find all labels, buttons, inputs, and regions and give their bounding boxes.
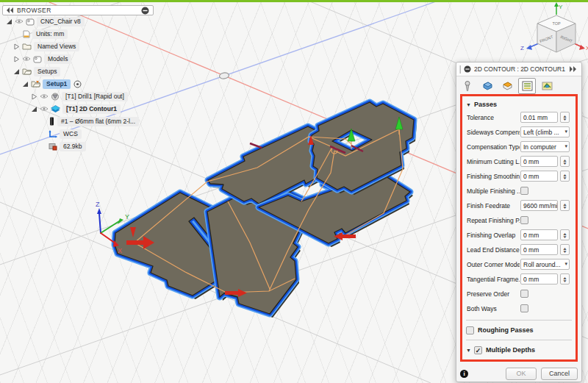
tree-row-named-views[interactable]: Named Views [13,41,79,51]
browser-header[interactable]: BROWSER [2,5,154,15]
minimum-cutting-spinner[interactable]: ▲▼ [560,156,570,167]
lead-end-distance-spinner[interactable]: ▲▼ [560,244,570,255]
collapsed-triangle-icon[interactable] [13,56,20,62]
browser-options-icon[interactable] [141,7,149,15]
tolerance-spinner[interactable]: ▲▼ [560,112,570,123]
dialog-options-icon[interactable] [464,65,471,73]
expanded-triangle-icon[interactable] [22,81,29,87]
field-label: Tolerance [467,114,520,121]
heights-icon [502,81,513,91]
outer-corner-mode-select[interactable]: Roll around... [520,259,570,270]
tree-row-setups[interactable]: Setups [13,66,60,76]
collapse-browser-icon[interactable] [7,7,13,13]
tree-row-setup1[interactable]: Setup1 [22,79,84,89]
info-icon[interactable]: i [460,370,468,378]
section-collapse-icon[interactable]: ▼ [466,102,471,107]
tree-label-wcs[interactable]: WCS [60,129,82,139]
multiple-depths-checkbox[interactable]: ✓ [474,346,482,354]
eye-icon[interactable] [40,93,49,100]
finish-feedrate-input[interactable]: 9600 mm/mi [520,200,558,211]
field-label: Finishing Overlap [467,232,520,239]
document-icon [23,30,30,38]
tree-label-tool[interactable]: #1 – Ø6mm flat (6mm 2-l... [57,117,139,126]
eye-icon[interactable] [22,55,31,62]
field-tolerance: Tolerance 0.01 mm ▲▼ [466,111,572,126]
sideways-compensation-select[interactable]: Left (climb ... [520,126,570,137]
tree-label-models[interactable]: Models [44,54,71,64]
roughing-passes-label: Roughing Passes [478,326,534,334]
tree-row-2d-contour1[interactable]: [T1] 2D Contour1 [31,104,121,114]
dialog-footer: i OK Cancel [456,365,581,382]
multiple-finishing-checkbox[interactable] [520,187,528,195]
tree-row-units[interactable]: Units: mm [23,29,68,39]
folder-icon [22,43,32,50]
world-origin-marker[interactable] [219,72,229,79]
multiple-depths-section[interactable]: ▼ ✓ Multiple Depths [466,343,572,357]
collapsed-triangle-icon[interactable] [13,43,20,50]
cancel-button[interactable]: Cancel [541,368,578,380]
field-tangential-fragment: Tangential Fragme... 0 mm ▲▼ [466,273,572,287]
field-label: Repeat Finishing P... [467,217,520,224]
finishing-smoothing-spinner[interactable]: ▲▼ [560,171,570,182]
tangential-fragment-spinner[interactable]: ▲▼ [560,273,570,284]
tab-linking[interactable] [538,78,556,94]
repeat-finishing-checkbox[interactable] [520,216,528,224]
linking-icon [542,81,553,91]
section-collapse-icon[interactable]: ▼ [466,348,471,353]
tree-label-setup1[interactable]: Setup1 [43,79,71,89]
dialog-drag-handle[interactable] [459,65,462,74]
field-label: Compensation Type [467,143,520,151]
tolerance-input[interactable]: 0.01 mm [520,112,558,123]
preserve-order-checkbox[interactable] [520,290,528,298]
compensation-type-select[interactable]: In computer [520,141,570,152]
tree-row-wcs[interactable]: WCS [49,129,82,139]
tree-row-root[interactable]: CNC_Chair v8 [6,16,85,26]
tree-row-drill1[interactable]: [T1] Drill1 [Rapid out] [31,91,128,101]
minimum-cutting-input[interactable]: 0 mm [520,156,558,167]
finishing-overlap-input[interactable]: 0 mm [520,229,558,240]
tree-label-units[interactable]: Units: mm [32,29,68,39]
eye-icon[interactable] [40,105,49,112]
tree-label-size[interactable]: 62.9kb [60,142,86,151]
tree-row-size[interactable]: 62.9kb [49,141,86,151]
expanded-triangle-icon[interactable] [6,18,12,25]
viewcube-top-label[interactable]: TOP [552,21,561,26]
passes-section-header[interactable]: ▼ Passes [466,98,572,111]
section-divider [466,340,572,340]
tangential-fragment-input[interactable]: 0 mm [520,273,558,284]
tree-row-tool[interactable]: #1 – Ø6mm flat (6mm 2-l... [49,116,139,126]
tree-label-root[interactable]: CNC_Chair v8 [37,17,85,26]
active-setup-icon[interactable] [74,80,82,88]
field-minimum-cutting: Minimum Cutting L... 0 mm ▲▼ [466,155,572,170]
finish-feedrate-spinner[interactable]: ▲▼ [560,200,570,211]
tree-label-2d-contour1[interactable]: [T1] 2D Contour1 [62,104,121,114]
tool-icon [462,81,473,92]
field-finish-feedrate: Finish Feedrate 9600 mm/mi ▲▼ [466,199,572,214]
tab-passes[interactable] [518,78,536,94]
expanded-triangle-icon[interactable] [13,68,20,75]
contour-operation-icon [51,105,60,113]
tree-label-drill1[interactable]: [T1] Drill1 [Rapid out] [62,92,128,101]
lead-end-distance-input[interactable]: 0 mm [520,244,558,255]
z-axis-label: Z [96,201,100,208]
finishing-smoothing-input[interactable]: 0 mm [520,171,558,182]
tree-label-setups[interactable]: Setups [34,67,60,76]
roughing-passes-checkbox[interactable] [466,326,474,334]
view-cube[interactable]: TOP FRONT RIGHT Y Z X [520,2,588,52]
dock-panel-icon[interactable] [570,66,577,72]
tree-label-named-views[interactable]: Named Views [34,42,79,51]
tab-tool[interactable] [459,78,476,94]
both-ways-checkbox[interactable] [520,304,528,312]
tab-geometry[interactable] [478,78,496,94]
dialog-header[interactable]: 2D CONTOUR : 2D CONTOUR1 [456,62,581,76]
dialog-tab-strip [459,78,556,96]
roughing-passes-section[interactable]: Roughing Passes [466,323,572,337]
collapsed-triangle-icon[interactable] [31,93,37,100]
eye-icon[interactable] [15,18,24,25]
ok-button[interactable]: OK [506,368,537,380]
finishing-overlap-spinner[interactable]: ▲▼ [560,229,570,240]
field-multiple-finishing: Multiple Finishing ... [466,185,572,199]
tab-heights[interactable] [498,78,516,94]
tree-row-models[interactable]: Models [13,54,71,64]
expanded-triangle-icon[interactable] [31,106,37,112]
